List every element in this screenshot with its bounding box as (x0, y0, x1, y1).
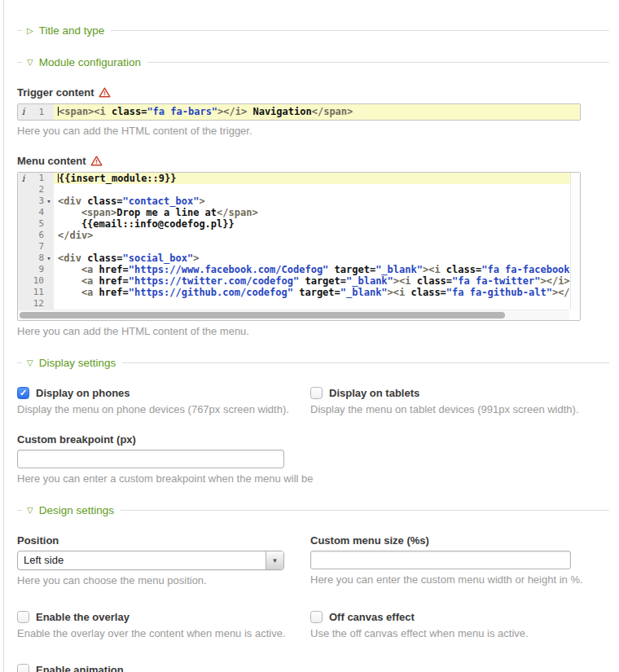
code-line[interactable]: i1<span><i class="fa fa-bars"></i> Navig… (18, 104, 580, 120)
position-select[interactable]: Left side ▼ (17, 551, 284, 570)
code-text[interactable]: <a href="https://twitter.com/codefog" ta… (54, 275, 580, 287)
token-attr: class= (87, 253, 122, 264)
section-label: Module configuration (39, 56, 141, 68)
code-text[interactable]: {{email::info@codefog.pl}} (54, 218, 580, 230)
editor-gutter: 7 (18, 241, 54, 253)
code-text[interactable]: </div> (54, 230, 580, 241)
code-text[interactable] (54, 184, 580, 195)
editor-gutter: i1 (18, 173, 54, 184)
line-number: 2 (29, 184, 44, 195)
field-custom-menu-size: Custom menu size (%s) Here you can enter… (310, 534, 609, 586)
code-text[interactable]: <a href="https://www.facebook.com/Codefo… (54, 264, 580, 275)
code-line[interactable]: 2 (18, 184, 580, 195)
field-display-on-phones: Display on phones Display the menu on ph… (17, 387, 310, 415)
horizontal-scrollbar-thumb[interactable] (20, 312, 505, 318)
code-line[interactable]: 11 <a href="https://github.com/codefog" … (18, 287, 580, 298)
checkbox-label[interactable]: Off canvas effect (329, 611, 415, 623)
code-text[interactable] (54, 298, 580, 310)
fold-arrow-icon[interactable]: ▾ (44, 253, 54, 264)
code-line[interactable]: 9 <a href="https://www.facebook.com/Code… (18, 264, 580, 275)
section-toggle-design-settings[interactable]: ▽Design settings (22, 504, 121, 516)
token-str: "social_box" (122, 253, 193, 264)
token-tag: </span> (217, 207, 258, 218)
token-tag: ><i (393, 275, 417, 287)
gutter-spacer (18, 298, 29, 310)
checkbox-label[interactable]: Enable animation (36, 664, 124, 672)
checkbox-display-on-tablets[interactable]: Display on tablets (310, 387, 609, 399)
code-text[interactable]: <span>Drop me a line at</span> (54, 207, 580, 218)
checkbox-box[interactable] (17, 664, 29, 672)
code-line[interactable]: 12 (18, 298, 580, 310)
triangle-expanded-icon: ▽ (27, 58, 33, 67)
token-str: "_blank" (375, 264, 423, 275)
code-line[interactable]: 8▾<div class="social_box"> (18, 253, 580, 264)
token-txt: {{email::info@codefog.pl}} (58, 218, 235, 230)
section-toggle-title-and-type[interactable]: ▷Title and type (22, 24, 111, 37)
fold-arrow-icon[interactable]: ▾ (44, 195, 54, 207)
token-attr: target= (328, 264, 375, 275)
gutter-spacer (18, 195, 29, 207)
section-toggle-display-settings[interactable]: ▽Display settings (22, 357, 122, 369)
token-attr: class= (446, 264, 481, 275)
help-text: Display the menu on phone devices (767px… (17, 403, 310, 415)
token-tag: ></i> (217, 106, 247, 117)
line-number: 5 (29, 218, 44, 230)
checkbox-box[interactable] (17, 611, 29, 623)
token-tag: <div (58, 195, 87, 207)
code-line[interactable]: 5 {{email::info@codefog.pl}} (18, 218, 580, 230)
checkbox-label[interactable]: Display on phones (36, 387, 130, 399)
trigger-code-editor[interactable]: i1<span><i class="fa fa-bars"></i> Navig… (17, 103, 581, 121)
checkbox-enable-animation[interactable]: Enable animation (17, 664, 310, 672)
code-text[interactable] (54, 241, 580, 253)
code-line[interactable]: i1{{insert_module::9}} (18, 173, 580, 184)
token-str: "fa fa-github-alt" (446, 287, 552, 298)
trigger-help-text: Here you can add the HTML content of the… (17, 125, 609, 137)
svg-text:!: ! (95, 158, 98, 165)
editor-gutter: 2 (18, 184, 54, 195)
help-text: Enable the overlay over the content when… (17, 627, 310, 639)
horizontal-scrollbar[interactable] (18, 310, 569, 320)
gutter-spacer (18, 275, 29, 287)
gutter-spacer (18, 184, 29, 195)
line-number: 3 (29, 195, 44, 207)
checkbox-label[interactable]: Display on tablets (329, 387, 419, 399)
select-arrow-button[interactable]: ▼ (266, 551, 283, 569)
vertical-scrollbar[interactable] (570, 173, 580, 310)
line-number: 1 (29, 173, 44, 184)
code-text[interactable]: <div class="contact_box"> (54, 195, 580, 207)
token-tag: ><i (423, 264, 446, 275)
token-txt: Navigation (247, 106, 311, 117)
help-text: Display the menu on tablet devices (991p… (310, 403, 609, 415)
code-line[interactable]: 6</div> (18, 230, 580, 241)
gutter-spacer (18, 230, 29, 241)
checkbox-box[interactable] (17, 387, 29, 399)
section-toggle-module-configuration[interactable]: ▽Module configuration (22, 56, 147, 68)
code-text[interactable]: {{insert_module::9}} (54, 173, 580, 184)
code-line[interactable]: 3▾<div class="contact_box"> (18, 195, 580, 207)
help-text: Here you can choose the menu position. (17, 574, 310, 586)
select-value: Left side (18, 551, 266, 569)
gutter-spacer (18, 287, 29, 298)
checkbox-box[interactable] (310, 611, 323, 623)
checkbox-enable-overlay[interactable]: Enable the overlay (17, 611, 310, 623)
code-text[interactable]: <div class="social_box"> (54, 253, 580, 264)
custom-menu-size-input[interactable] (310, 551, 571, 569)
menu-code-editor[interactable]: i1{{insert_module::9}}23▾<div class="con… (17, 172, 581, 321)
line-number: 11 (29, 287, 44, 298)
field-position: Position Left side ▼ Here you can choose… (17, 534, 310, 586)
code-line[interactable]: 4 <span>Drop me a line at</span> (18, 207, 580, 218)
token-attr: href= (99, 275, 129, 287)
checkbox-off-canvas[interactable]: Off canvas effect (310, 611, 609, 623)
custom-breakpoint-input[interactable] (17, 450, 284, 468)
code-line[interactable]: 10 <a href="https://twitter.com/codefog"… (18, 275, 580, 287)
token-tag: <div (58, 253, 87, 264)
field-off-canvas: Off canvas effect Use the off canvas eff… (310, 611, 609, 639)
code-text[interactable]: <a href="https://github.com/codefog" tar… (54, 287, 580, 298)
code-line[interactable]: 7 (18, 241, 580, 253)
code-text[interactable]: <span><i class="fa fa-bars"></i> Navigat… (54, 104, 580, 120)
checkbox-display-on-phones[interactable]: Display on phones (17, 387, 310, 399)
checkbox-label[interactable]: Enable the overlay (36, 611, 130, 623)
checkbox-box[interactable] (310, 387, 323, 399)
editor-gutter: 8▾ (18, 253, 54, 264)
help-text: Here you can enter a custom breakpoint w… (17, 472, 609, 485)
